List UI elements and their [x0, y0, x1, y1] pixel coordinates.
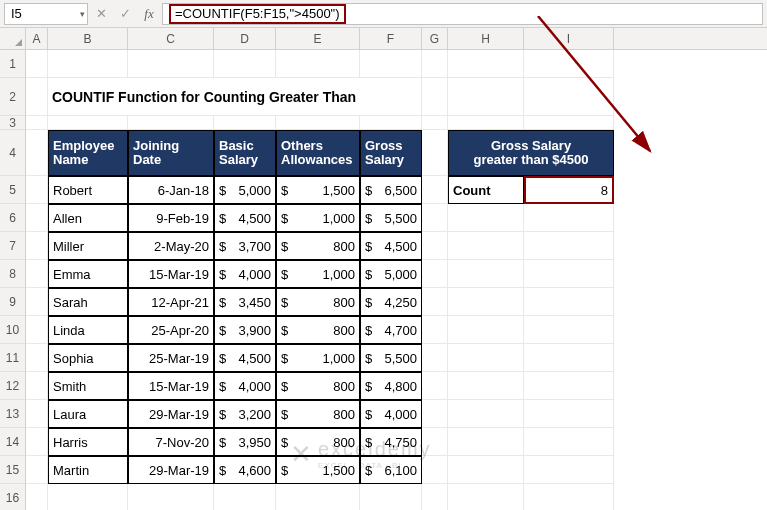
row-header-6[interactable]: 6 — [0, 204, 26, 232]
cell[interactable] — [448, 50, 524, 78]
cell[interactable] — [48, 116, 128, 130]
cell[interactable] — [422, 288, 448, 316]
cell[interactable] — [26, 116, 48, 130]
cell-allow[interactable]: $800 — [276, 372, 360, 400]
th-gross[interactable]: Gross Salary — [360, 130, 422, 176]
cell-gross[interactable]: $4,250 — [360, 288, 422, 316]
cell-date[interactable]: 12-Apr-21 — [128, 288, 214, 316]
cell-allow[interactable]: $1,000 — [276, 260, 360, 288]
col-header-A[interactable]: A — [26, 28, 48, 49]
cell-allow[interactable]: $800 — [276, 232, 360, 260]
row-header-4[interactable]: 4 — [0, 130, 26, 176]
cell-date[interactable]: 25-Mar-19 — [128, 344, 214, 372]
formula-input[interactable]: =COUNTIF(F5:F15,">4500") — [162, 3, 763, 25]
cell[interactable] — [524, 316, 614, 344]
row-header-16[interactable]: 16 — [0, 484, 26, 510]
cell[interactable] — [214, 116, 276, 130]
cell-name[interactable]: Laura — [48, 400, 128, 428]
cell[interactable] — [26, 484, 48, 510]
cell[interactable] — [26, 176, 48, 204]
cell[interactable] — [128, 116, 214, 130]
cell-basic[interactable]: $3,450 — [214, 288, 276, 316]
col-header-I[interactable]: I — [524, 28, 614, 49]
col-header-C[interactable]: C — [128, 28, 214, 49]
dropdown-icon[interactable]: ▾ — [80, 9, 85, 19]
count-value-cell[interactable]: 8 — [524, 176, 614, 204]
cell-name[interactable]: Linda — [48, 316, 128, 344]
cell[interactable] — [524, 288, 614, 316]
cell[interactable] — [524, 372, 614, 400]
cell[interactable] — [26, 78, 48, 116]
cell-name[interactable]: Martin — [48, 456, 128, 484]
cell[interactable] — [422, 176, 448, 204]
th-date[interactable]: Joining Date — [128, 130, 214, 176]
th-basic[interactable]: Basic Salary — [214, 130, 276, 176]
th-allow[interactable]: Others Allowances — [276, 130, 360, 176]
cell[interactable] — [26, 50, 48, 78]
row-header-15[interactable]: 15 — [0, 456, 26, 484]
row-header-9[interactable]: 9 — [0, 288, 26, 316]
col-header-E[interactable]: E — [276, 28, 360, 49]
cell-basic[interactable]: $3,200 — [214, 400, 276, 428]
cell-allow[interactable]: $1,500 — [276, 176, 360, 204]
cell[interactable] — [276, 116, 360, 130]
cell[interactable] — [422, 130, 448, 176]
cell[interactable] — [26, 130, 48, 176]
row-header-5[interactable]: 5 — [0, 176, 26, 204]
cell-name[interactable]: Emma — [48, 260, 128, 288]
cell[interactable] — [422, 50, 448, 78]
cell[interactable] — [524, 78, 614, 116]
cell[interactable] — [26, 372, 48, 400]
cell-basic[interactable]: $3,950 — [214, 428, 276, 456]
cell[interactable] — [448, 260, 524, 288]
cell[interactable] — [422, 232, 448, 260]
cell-date[interactable]: 29-Mar-19 — [128, 400, 214, 428]
col-header-F[interactable]: F — [360, 28, 422, 49]
cell[interactable] — [448, 232, 524, 260]
cell-gross[interactable]: $5,500 — [360, 344, 422, 372]
cell[interactable] — [422, 484, 448, 510]
cell[interactable] — [448, 204, 524, 232]
row-header-12[interactable]: 12 — [0, 372, 26, 400]
cell[interactable] — [128, 50, 214, 78]
cell[interactable] — [422, 400, 448, 428]
cell[interactable] — [422, 344, 448, 372]
cell[interactable] — [26, 232, 48, 260]
cell-basic[interactable]: $4,000 — [214, 372, 276, 400]
name-box[interactable]: I5 ▾ — [4, 3, 88, 25]
cell[interactable] — [26, 400, 48, 428]
cell[interactable] — [422, 78, 448, 116]
fx-icon[interactable]: fx — [138, 3, 160, 25]
cell[interactable] — [26, 428, 48, 456]
row-header-11[interactable]: 11 — [0, 344, 26, 372]
cell[interactable] — [26, 204, 48, 232]
cell[interactable] — [524, 116, 614, 130]
cell[interactable] — [448, 484, 524, 510]
cell[interactable] — [276, 50, 360, 78]
cell[interactable] — [524, 428, 614, 456]
cell-gross[interactable]: $5,500 — [360, 204, 422, 232]
cell[interactable] — [48, 50, 128, 78]
cell-name[interactable]: Robert — [48, 176, 128, 204]
cell[interactable] — [48, 484, 128, 510]
cell-basic[interactable]: $3,700 — [214, 232, 276, 260]
cell[interactable] — [448, 78, 524, 116]
cell[interactable] — [422, 116, 448, 130]
cell-gross[interactable]: $5,000 — [360, 260, 422, 288]
cell-basic[interactable]: $4,500 — [214, 344, 276, 372]
cell-name[interactable]: Miller — [48, 232, 128, 260]
cell[interactable] — [524, 232, 614, 260]
cell-gross[interactable]: $4,000 — [360, 400, 422, 428]
cell[interactable] — [448, 456, 524, 484]
cell-name[interactable]: Harris — [48, 428, 128, 456]
col-header-H[interactable]: H — [448, 28, 524, 49]
cell[interactable] — [448, 116, 524, 130]
cell-date[interactable]: 15-Mar-19 — [128, 372, 214, 400]
cell-allow[interactable]: $800 — [276, 288, 360, 316]
row-header-2[interactable]: 2 — [0, 78, 26, 116]
cell[interactable] — [448, 400, 524, 428]
cell-basic[interactable]: $5,000 — [214, 176, 276, 204]
cell[interactable] — [214, 484, 276, 510]
cell-date[interactable]: 2-May-20 — [128, 232, 214, 260]
cell[interactable] — [360, 484, 422, 510]
